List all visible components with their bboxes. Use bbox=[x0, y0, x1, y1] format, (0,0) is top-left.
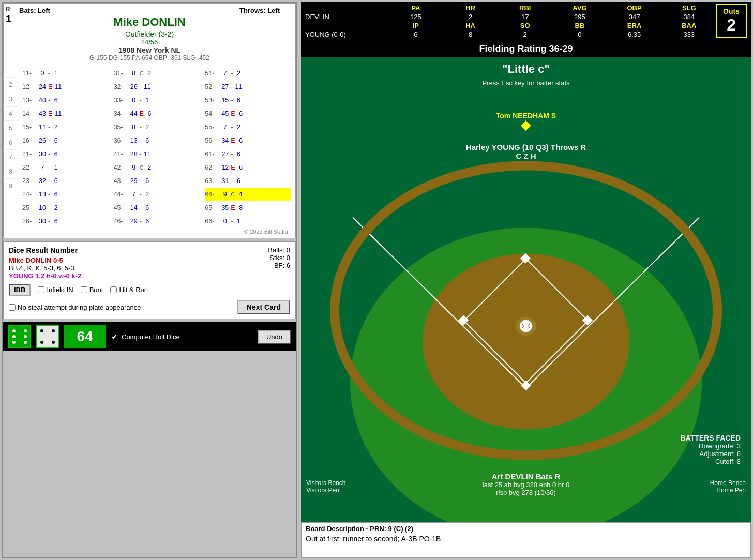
col-rbi: RBI bbox=[498, 4, 552, 12]
infield-in-input[interactable] bbox=[38, 286, 44, 293]
young-ip: 6 bbox=[389, 31, 443, 38]
bunt-checkbox[interactable]: Bunt bbox=[81, 286, 103, 294]
roll-val2: 11 bbox=[142, 150, 153, 158]
roll-val: 24 bbox=[37, 83, 48, 90]
roll-num: 62- bbox=[205, 164, 219, 171]
card-row: 62- 12E 6 bbox=[205, 161, 291, 174]
col-so: SO bbox=[498, 22, 552, 29]
field-container: "Little c" Press Esc key for batter stat… bbox=[301, 57, 751, 522]
roll-val: 7 bbox=[219, 124, 231, 131]
hit-run-input[interactable] bbox=[110, 286, 117, 293]
roll-num: 33- bbox=[114, 97, 128, 104]
no-steal-row: No steal attempt during plate appearance… bbox=[9, 300, 290, 314]
no-steal-checkbox[interactable]: No steal attempt during plate appearance bbox=[9, 304, 141, 311]
roll-num: 61- bbox=[205, 150, 219, 158]
card-row: 65- 35E 8 bbox=[205, 202, 291, 214]
col-pa: PA bbox=[389, 4, 443, 12]
col-obp: OBP bbox=[608, 4, 661, 12]
roll-val: 31 bbox=[219, 177, 231, 185]
roll-val2: 11 bbox=[233, 83, 245, 90]
roll-sep: C bbox=[140, 164, 144, 171]
card-row: 56- 34E 6 bbox=[205, 134, 291, 147]
col-avg: AVG bbox=[553, 4, 607, 12]
card-row: 53- 15- 6 bbox=[205, 94, 291, 107]
col-bb: BB bbox=[553, 22, 607, 29]
roll-val: 27 bbox=[219, 150, 231, 158]
card-row: 63- 31- 6 bbox=[205, 175, 291, 187]
devlin-avg: 295 bbox=[553, 13, 607, 21]
roll-val2: 6 bbox=[235, 164, 247, 171]
computer-roll-checkbox[interactable] bbox=[111, 334, 117, 340]
pip bbox=[40, 341, 43, 344]
roll-val2: 2 bbox=[233, 124, 245, 131]
outs-number: 2 bbox=[723, 16, 740, 35]
roll-val: 29 bbox=[128, 218, 140, 225]
roll-val: 10 bbox=[37, 204, 48, 211]
roll-val2: 6 bbox=[142, 218, 153, 225]
card-top: R 1 Bats: Left Throws: Left Mike DONLIN … bbox=[3, 3, 296, 65]
card-row: 64- 9C 4 bbox=[205, 188, 291, 201]
roll-num: 46- bbox=[114, 218, 128, 225]
batters-faced: BATTERS FACED Downgrade: 3 Adjustment: 6… bbox=[681, 434, 741, 465]
infield-in-checkbox[interactable]: Infield IN bbox=[38, 286, 73, 294]
roll-val2: 6 bbox=[233, 97, 245, 104]
roll-val: 45 bbox=[219, 110, 231, 117]
card-row: 54- 45E 6 bbox=[205, 108, 291, 120]
roll-val2: 1 bbox=[50, 164, 62, 171]
roll-val2: 11 bbox=[52, 83, 64, 90]
computer-roll-label: Computer Roll Dice bbox=[122, 333, 180, 341]
col-ha: HA bbox=[444, 22, 498, 29]
ibb-button[interactable]: IBB bbox=[9, 284, 31, 296]
card-body: 2 3 4 5 6 7 8 9 11- 0- 131- 8C 251- 7- 2… bbox=[3, 65, 296, 238]
roll-val: 30 bbox=[37, 218, 48, 225]
roll-val2: 6 bbox=[50, 150, 62, 158]
roll-num: 43- bbox=[114, 177, 128, 185]
computer-roll-container: Computer Roll Dice Undo bbox=[111, 330, 291, 344]
card-table: 11- 0- 131- 8C 251- 7- 212- 24E 1132- 26… bbox=[18, 65, 295, 238]
roll-val2: 4 bbox=[235, 191, 246, 198]
roll-num: 15- bbox=[22, 124, 37, 131]
devlin-label: DEVLIN bbox=[305, 13, 388, 21]
bunt-input[interactable] bbox=[81, 286, 87, 293]
copyright: © 2023 Bill Staffa bbox=[22, 228, 291, 236]
pip bbox=[12, 341, 16, 344]
roll-val: 26 bbox=[128, 83, 140, 90]
devlin-sub1: last 25 ab bvg 320 ebh 0 hr 0 bbox=[483, 481, 569, 489]
home-bench-label: Home Bench bbox=[710, 479, 746, 487]
roll-sep: E bbox=[231, 110, 235, 117]
roll-val: 30 bbox=[37, 150, 48, 158]
roll-num: 32- bbox=[114, 83, 128, 90]
roll-val: 29 bbox=[128, 177, 140, 185]
stats-left: PA HR RBI AVG OBP SLG DEVLIN 125 2 17 29… bbox=[305, 4, 716, 38]
roll-val2: 6 bbox=[142, 204, 153, 211]
roll-val: 34 bbox=[219, 137, 231, 144]
roll-sep: E bbox=[231, 164, 235, 171]
roll-num: 41- bbox=[114, 150, 128, 158]
roll-val2: 6 bbox=[50, 218, 62, 225]
player-stats: G-155 DG-155 PA-654 OBP-.361 SLG-.452 bbox=[9, 54, 290, 62]
row-numbers: 2 3 4 5 6 7 8 9 bbox=[4, 65, 18, 238]
young-field-container: Harley YOUNG (10 Q3) Throws R C Z H bbox=[466, 143, 586, 160]
roll-val: 26 bbox=[37, 137, 48, 144]
dice-section: Dice Result Number Mike DONLIN 0-5 BB✓, … bbox=[3, 241, 296, 319]
dice-balls-info: Balls: 0 Stks: 0 BF: 6 bbox=[268, 246, 290, 280]
svg-point-5 bbox=[520, 320, 532, 332]
board-description: Board Description - PRN: 9 (C) (2) Out a… bbox=[301, 522, 751, 558]
roll-num: 13- bbox=[22, 97, 37, 104]
pip bbox=[12, 335, 16, 338]
hit-run-checkbox[interactable]: Hit & Run bbox=[110, 286, 148, 294]
next-card-button[interactable]: Next Card bbox=[237, 300, 290, 314]
card-row: 26- 30- 6 bbox=[22, 215, 109, 228]
undo-button[interactable]: Undo bbox=[258, 330, 291, 344]
card-row: 41- 28- 11 bbox=[114, 148, 200, 160]
roll-val2: 6 bbox=[233, 177, 245, 185]
card-row: 22- 7- 1 bbox=[22, 161, 109, 174]
devlin-obp: 347 bbox=[608, 13, 661, 21]
roll-num: 14- bbox=[22, 110, 37, 117]
roll-val2: 2 bbox=[142, 191, 153, 198]
computer-roll-row: Computer Roll Dice Undo bbox=[111, 330, 291, 344]
devlin-pa: 125 bbox=[389, 13, 443, 21]
roll-val: 27 bbox=[219, 83, 231, 90]
card-row: 46- 29- 6 bbox=[114, 215, 200, 228]
no-steal-input[interactable] bbox=[9, 304, 16, 311]
